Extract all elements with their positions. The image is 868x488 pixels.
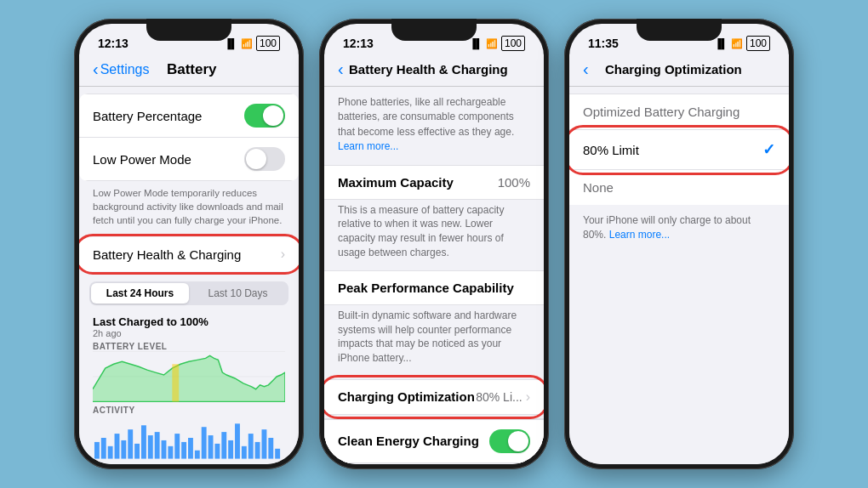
svg-rect-18 — [188, 438, 193, 459]
phone3-status-icons: ▐▌ 📶 100 — [714, 36, 770, 51]
charging-opt-value-row: 80% Li... › — [476, 389, 530, 405]
battery-level-section: BATTERY LEVEL — [79, 342, 299, 402]
opt-optimized-cell[interactable]: Optimized Battery Charging — [569, 94, 789, 130]
clean-energy-cell[interactable]: Clean Energy Charging — [324, 419, 544, 463]
low-power-desc: Low Power Mode temporarily reduces backg… — [79, 181, 299, 234]
tab-last-24h[interactable]: Last 24 Hours — [91, 283, 189, 304]
learn-more-link-3[interactable]: Learn more... — [609, 229, 670, 241]
opt-none-label: None — [583, 180, 614, 195]
svg-rect-3 — [172, 365, 179, 402]
phone1: 12:13 ▐▌ 📶 100 ‹ Settings Battery — [74, 19, 304, 469]
peak-perf-desc: Built-in dynamic software and hardware s… — [324, 305, 544, 376]
svg-rect-22 — [214, 444, 220, 459]
wifi-icon: 📶 — [241, 38, 253, 49]
max-capacity-section: Maximum Capacity 100% — [324, 165, 544, 200]
battery-chart-section: Last Charged to 100% — [79, 315, 299, 328]
phone2: 12:13 ▐▌ 📶 100 ‹ Battery Health & Chargi… — [319, 19, 549, 469]
learn-more-link-1[interactable]: Learn more... — [338, 140, 398, 152]
svg-rect-21 — [208, 435, 214, 459]
phone1-screen: 12:13 ▐▌ 📶 100 ‹ Settings Battery — [79, 24, 299, 464]
svg-rect-10 — [134, 444, 140, 459]
charging-opt-section: Charging Optimization 80% Li... › — [324, 379, 544, 415]
peak-perf-cell: Peak Performance Capability — [324, 270, 544, 305]
charged-label: Last Charged to 100% — [93, 315, 285, 328]
back-chevron-icon: ‹ — [93, 60, 99, 79]
chart-tabs-section: Last 24 Hours Last 10 Days — [79, 271, 299, 315]
phone2-wrapper: 12:13 ▐▌ 📶 100 ‹ Battery Health & Chargi… — [319, 19, 549, 469]
battery-health-cell[interactable]: Battery Health & Charging › — [79, 237, 299, 271]
svg-rect-31 — [275, 449, 280, 459]
battery-percentage-cell[interactable]: Battery Percentage — [79, 94, 299, 138]
signal-icon-2: ▐▌ — [469, 38, 483, 48]
opt-optimized-label: Optimized Battery Charging — [583, 105, 740, 119]
phone3: 11:35 ▐▌ 📶 100 ‹ Charging Optimization — [564, 19, 794, 469]
battery-health-chevron: › — [281, 247, 285, 262]
svg-rect-16 — [174, 434, 180, 458]
opt-none-cell[interactable]: None — [569, 170, 789, 205]
charged-sub: 2h ago — [79, 328, 299, 338]
peak-perf-title: Peak Performance Capability — [338, 281, 514, 295]
battery-icon-2: 100 — [501, 36, 525, 51]
phone1-title: Battery — [149, 61, 234, 78]
phone2-time: 12:13 — [343, 37, 374, 50]
phone3-time: 11:35 — [588, 37, 619, 50]
opt-80-cell[interactable]: 80% Limit ✓ — [569, 130, 789, 170]
signal-icon-3: ▐▌ — [714, 38, 728, 48]
peak-perf-section: Peak Performance Capability — [324, 270, 544, 305]
svg-rect-28 — [255, 442, 260, 459]
toggle-thumb — [263, 105, 283, 126]
svg-rect-5 — [101, 438, 106, 459]
svg-rect-20 — [202, 428, 207, 459]
chart-tabs: Last 24 Hours Last 10 Days — [89, 281, 288, 305]
low-power-cell[interactable]: Low Power Mode — [79, 138, 299, 181]
clean-energy-label: Clean Energy Charging — [338, 434, 479, 448]
wifi-icon-2: 📶 — [486, 38, 498, 49]
max-capacity-value: 100% — [498, 175, 530, 190]
phone3-wrapper: 11:35 ▐▌ 📶 100 ‹ Charging Optimization — [564, 19, 794, 469]
svg-rect-26 — [242, 446, 247, 459]
svg-rect-25 — [235, 424, 240, 459]
svg-rect-12 — [148, 435, 153, 459]
phone1-notch — [146, 19, 231, 41]
phone1-back-button[interactable]: ‹ Settings — [93, 60, 149, 79]
phone3-notch — [637, 19, 722, 41]
clean-energy-section: Clean Energy Charging — [324, 418, 544, 463]
signal-icon: ▐▌ — [224, 38, 237, 48]
phone3-back-button[interactable]: ‹ — [583, 60, 589, 79]
svg-rect-11 — [141, 426, 146, 459]
checkmark-icon: ✓ — [762, 140, 775, 159]
toggle-thumb-2 — [246, 149, 266, 169]
phone2-back-button[interactable]: ‹ — [338, 60, 344, 79]
battery-percentage-toggle[interactable] — [244, 104, 285, 128]
phone2-status-icons: ▐▌ 📶 100 — [469, 36, 525, 51]
tab-last-10d[interactable]: Last 10 Days — [189, 283, 287, 304]
battery-health-label: Battery Health & Charging — [93, 247, 241, 262]
battery-level-label: BATTERY LEVEL — [93, 342, 285, 351]
phone1-time: 12:13 — [98, 37, 128, 50]
svg-rect-29 — [261, 429, 266, 458]
svg-rect-9 — [128, 429, 133, 458]
activity-chart-section — [79, 417, 299, 459]
phone2-nav: ‹ Battery Health & Charging — [324, 54, 544, 87]
phone3-screen: 11:35 ▐▌ 📶 100 ‹ Charging Optimization — [569, 24, 789, 464]
max-capacity-cell: Maximum Capacity 100% — [324, 165, 544, 200]
charging-opt-cell[interactable]: Charging Optimization 80% Li... › — [324, 379, 544, 415]
clean-energy-desc: In your region, iPhone will try to reduc… — [324, 463, 544, 464]
charging-opt-chevron: › — [526, 389, 530, 405]
back-chevron-icon-2: ‹ — [338, 60, 344, 79]
opt-notice: Your iPhone will only charge to about 80… — [569, 205, 789, 246]
battery-health-wrapper: Battery Health & Charging › — [79, 237, 299, 271]
opt-80-label: 80% Limit — [583, 143, 639, 157]
charging-opt-value: 80% Li... — [476, 390, 522, 404]
max-capacity-title: Maximum Capacity — [338, 175, 454, 190]
phone1-wrapper: 12:13 ▐▌ 📶 100 ‹ Settings Battery — [74, 19, 304, 469]
charging-opt-label: Charging Optimization — [338, 389, 475, 404]
svg-rect-13 — [155, 432, 160, 458]
phone1-back-label: Settings — [100, 62, 150, 77]
clean-energy-toggle[interactable] — [489, 429, 530, 453]
battery-icon: 100 — [256, 36, 280, 51]
back-chevron-icon-3: ‹ — [583, 60, 589, 79]
svg-rect-23 — [221, 432, 226, 458]
charging-options-list: Optimized Battery Charging 80% Limit ✓ N — [569, 94, 789, 205]
low-power-toggle[interactable] — [244, 147, 285, 171]
